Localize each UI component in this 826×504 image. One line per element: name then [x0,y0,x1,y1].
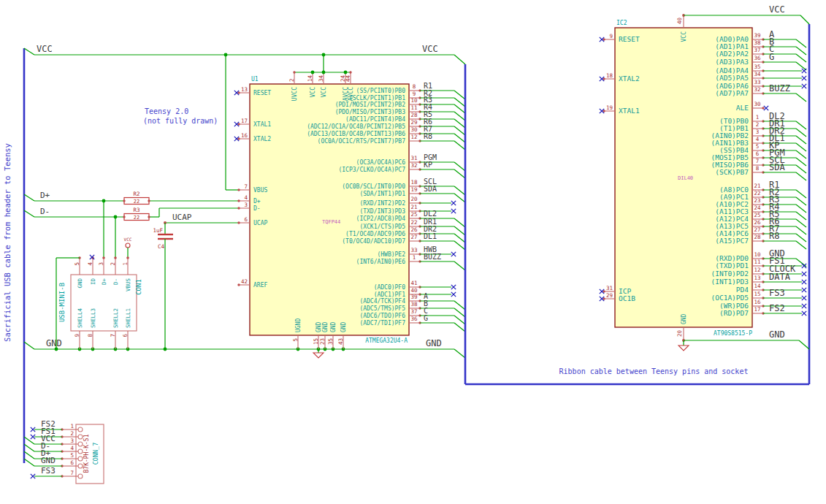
resistor-ref[interactable]: R3 [133,207,139,213]
bus-entry-icon [796,212,806,220]
net-label-vcc[interactable]: VCC [422,44,438,54]
bus-entry-icon [800,15,809,24]
net-label[interactable]: G [769,52,774,62]
net-label[interactable]: SDA [769,162,785,172]
no-connect-icon [802,304,806,308]
pin-number: 7 [756,158,760,164]
net-label[interactable]: FS3 [41,466,56,476]
net-label-vcc[interactable]: VCC [37,44,53,54]
pin-end-dot [237,207,240,209]
schematic-canvas: Sacrificial USB cable from header to Tee… [0,0,826,504]
bus-entry-icon [796,136,806,144]
resistor-value[interactable]: 22 [134,199,139,205]
usb-connector-value[interactable]: USB-MINI-B [58,283,66,322]
net-label[interactable]: BUZZ [424,253,441,261]
pin-number: 3 [98,262,104,266]
ground-symbol[interactable] [678,345,689,351]
note-teensy[interactable]: (not fully drawn) [143,117,218,125]
pin-name: (AD2)PA2 [715,50,749,58]
pin-name: (AD3)PA3 [715,58,749,66]
bus-entry-icon [796,39,806,47]
net-label-vcc[interactable]: VCC [769,4,785,15]
u1-value[interactable]: TQFP44 [322,219,340,225]
pin-number: 1 [122,262,129,266]
pin-number: 13 [241,86,248,93]
net-label[interactable]: DATA [769,272,791,282]
resistor-ref[interactable]: R2 [133,191,139,197]
pin-number: 40 [410,287,418,294]
pin-name: VBUS [125,278,131,292]
note-left-margin[interactable]: Sacrificial USB cable from header to Tee… [3,143,12,342]
bus-entry-icon [24,210,34,217]
junction-dot [322,71,326,75]
bus-entry-icon [796,226,806,234]
note-teensy[interactable]: Teensy 2.0 [145,107,188,115]
u1-ref[interactable]: U1 [251,76,259,83]
no-connect-icon [802,311,806,316]
pin-name: (OC3A/OC4A)PC6 [356,159,406,166]
capacitor-value[interactable]: 1uF [153,227,163,234]
resistor-value[interactable]: 22 [134,215,139,221]
pin-number: 9 [74,334,80,337]
bus-entry-icon [796,219,806,227]
pin-name: D- [253,205,261,212]
ground-symbol[interactable] [313,353,324,358]
pin-name: (ADC0)PF0 [374,284,406,291]
pin-number: 3 [244,202,248,208]
pin-number: 25 [410,211,417,218]
ic2-ref[interactable]: IC2 [616,20,627,26]
pin-number: 23 [319,338,326,345]
net-label-dplus[interactable]: D+ [40,191,50,200]
pin-number: 17 [754,306,760,313]
pin-name: XTAL1 [253,121,271,128]
pin-number: 30 [754,101,761,107]
net-label[interactable]: BUZZ [769,83,790,93]
net-label-gnd[interactable]: GND [46,338,62,348]
pin-end-dot [148,215,150,218]
bus-entry-icon [796,158,806,166]
junction-dot [344,71,348,75]
no-connect-icon [451,285,456,289]
net-label[interactable]: GND [41,456,56,465]
net-label[interactable]: DL2 [424,210,437,218]
net-label[interactable]: KP [424,161,432,169]
pin-name: XTAL2 [619,75,640,83]
u1-part[interactable]: ATMEGA32U4-A [365,337,408,344]
bus-entry-icon [796,121,806,129]
net-label-ucap[interactable]: UCAP [172,213,192,222]
note-ribbon[interactable]: Ribbon cable between Teensy pins and soc… [559,367,749,375]
pin-number: 36 [410,316,418,322]
usb-connector-ref[interactable]: CON1 [135,279,142,295]
pin-name: (ADC7/TDI)PF7 [359,320,405,327]
pin-name: SHELL2 [112,308,119,328]
net-label[interactable]: DL1 [424,232,437,240]
pin-end-dot [102,256,105,259]
pin-number: 15 [313,338,319,345]
bus-entry-icon [454,141,465,150]
net-label[interactable]: R8 [424,132,432,140]
pin-number: 4 [87,262,93,266]
net-label-gnd[interactable]: GND [426,338,442,348]
net-label[interactable]: R8 [769,231,779,241]
vcc-power-symbol[interactable] [126,243,130,248]
ic2-part[interactable]: AT90S8515-P [714,330,752,337]
pin-number: 18 [606,72,613,79]
junction-dot [322,53,326,57]
net-label-dminus[interactable]: D- [40,207,50,216]
bus-entry-icon [24,48,34,55]
conn7-ref[interactable]: CONN_7 [92,443,99,465]
pin-number: 16 [241,132,248,139]
pin-name: (T1/OC4D/ADC9)PD6 [345,231,405,237]
net-label-gnd[interactable]: GND [769,329,785,340]
ic2-value[interactable]: DIL40 [678,175,693,181]
net-label[interactable]: FS3 [769,288,785,298]
bus-entry-icon [454,134,465,142]
pin-name: XTAL1 [619,107,640,115]
conn7-value[interactable]: B7K-PH-K-S1 [83,434,90,473]
net-label[interactable]: FS2 [769,303,785,313]
net-label[interactable]: SDA [424,185,437,193]
pin-number: 38 [754,39,761,46]
net-label[interactable]: G [424,314,428,322]
capacitor-ref[interactable]: C4 [158,243,165,250]
no-connect-icon [802,296,806,300]
